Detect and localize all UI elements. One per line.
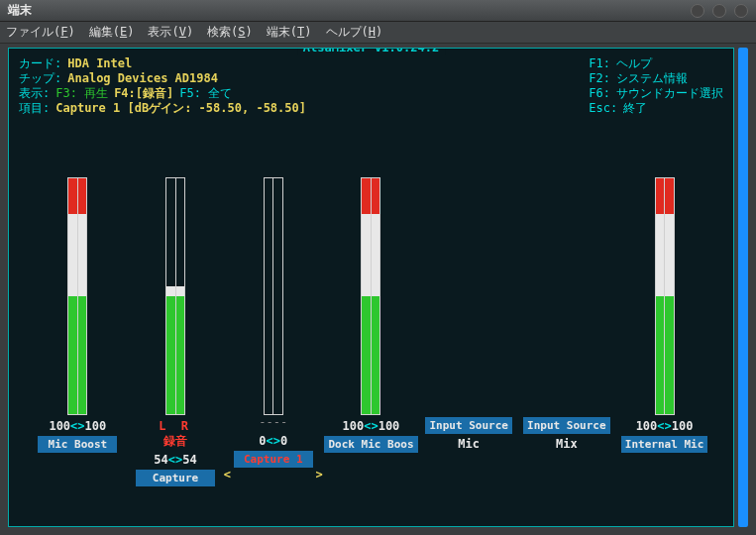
- channel-0[interactable]: 100<>100Mic Boost: [33, 177, 122, 496]
- menu-view[interactable]: 表示(V): [148, 24, 193, 41]
- esc-value: 終了: [623, 101, 647, 116]
- channel-name: Capture: [136, 470, 215, 486]
- selection-right-icon: >: [316, 468, 323, 482]
- volume-readout: 0<>0: [259, 434, 287, 449]
- volume-bar[interactable]: [264, 177, 283, 415]
- channel-name: Input Source: [523, 417, 609, 434]
- item-value: Capture 1 [dBゲイン: -58.50, -58.50]: [55, 101, 306, 116]
- enum-value: Mix: [556, 437, 578, 452]
- menu-edit[interactable]: 編集(E): [89, 24, 135, 41]
- channel-name: Internal Mic: [621, 436, 707, 453]
- f6-value: サウンドカード選択: [616, 86, 723, 101]
- channel-name: Input Source: [425, 417, 511, 434]
- card-value: HDA Intel: [67, 56, 132, 71]
- f1-key: F1:: [589, 56, 610, 71]
- close-button[interactable]: [734, 4, 748, 18]
- view-f4: F4:[録音]: [114, 86, 173, 101]
- menu-help[interactable]: ヘルプ(H): [326, 24, 383, 41]
- menu-terminal[interactable]: 端末(T): [267, 24, 312, 41]
- channel-3[interactable]: 100<>100Dock Mic Boos: [326, 177, 415, 496]
- capture-indicator: ----: [259, 415, 287, 430]
- enum-value: Mic: [458, 437, 480, 452]
- view-f5: F5: 全て: [179, 86, 232, 101]
- f6-key: F6:: [589, 86, 610, 101]
- header-block: カード: HDA Intel チップ: Analog Devices AD198…: [9, 49, 733, 116]
- channel-5[interactable]: MixInput Source: [522, 177, 611, 496]
- selection-left-icon: <: [224, 468, 231, 482]
- mixer-area: 100<>100Mic BoostL R録音54<>54Capture----0…: [9, 177, 733, 496]
- maximize-button[interactable]: [712, 4, 726, 18]
- volume-bar[interactable]: [67, 177, 87, 415]
- view-label: 表示:: [19, 86, 50, 101]
- window-controls: [691, 4, 748, 18]
- card-label: カード:: [19, 56, 61, 71]
- volume-bar[interactable]: [361, 177, 380, 415]
- menu-file[interactable]: ファイル(F): [6, 24, 75, 41]
- channel-name: Mic Boost: [38, 436, 117, 453]
- f2-value: システム情報: [616, 71, 688, 86]
- volume-readout: 100<>100: [49, 419, 106, 434]
- scrollbar[interactable]: [738, 48, 748, 527]
- capture-indicator: 録音: [163, 434, 187, 449]
- menu-search[interactable]: 検索(S): [207, 24, 253, 41]
- f1-value: ヘルプ: [616, 56, 652, 71]
- esc-key: Esc:: [589, 101, 617, 116]
- channel-6[interactable]: 100<>100Internal Mic: [620, 177, 709, 496]
- volume-readout: 100<>100: [343, 419, 400, 434]
- volume-bar[interactable]: [165, 177, 185, 415]
- channel-4[interactable]: MicInput Source: [424, 177, 513, 496]
- terminal[interactable]: AlsaMixer v1.0.24.2 カード: HDA Intel チップ: …: [8, 48, 734, 527]
- lr-indicator: L R: [159, 419, 192, 434]
- f2-key: F2:: [589, 71, 610, 86]
- volume-bar[interactable]: [655, 177, 675, 415]
- scrollbar-thumb[interactable]: [738, 48, 748, 527]
- channel-1[interactable]: L R録音54<>54Capture: [131, 177, 220, 496]
- chip-label: チップ:: [19, 71, 61, 86]
- volume-readout: 54<>54: [154, 453, 196, 468]
- app-title: AlsaMixer v1.0.24.2: [297, 48, 445, 55]
- view-f3: F3: 再生: [55, 86, 108, 101]
- item-label: 項目:: [19, 101, 50, 116]
- volume-readout: 100<>100: [636, 419, 694, 434]
- channel-name: Dock Mic Boos: [324, 436, 417, 453]
- titlebar[interactable]: 端末: [0, 0, 756, 22]
- channel-2[interactable]: ----0<>0Capture 1<>: [229, 177, 318, 496]
- chip-value: Analog Devices AD1984: [67, 71, 218, 86]
- menubar: ファイル(F) 編集(E) 表示(V) 検索(S) 端末(T) ヘルプ(H): [0, 22, 756, 44]
- window-title: 端末: [8, 2, 32, 19]
- channel-name: Capture 1: [234, 451, 313, 468]
- minimize-button[interactable]: [691, 4, 704, 18]
